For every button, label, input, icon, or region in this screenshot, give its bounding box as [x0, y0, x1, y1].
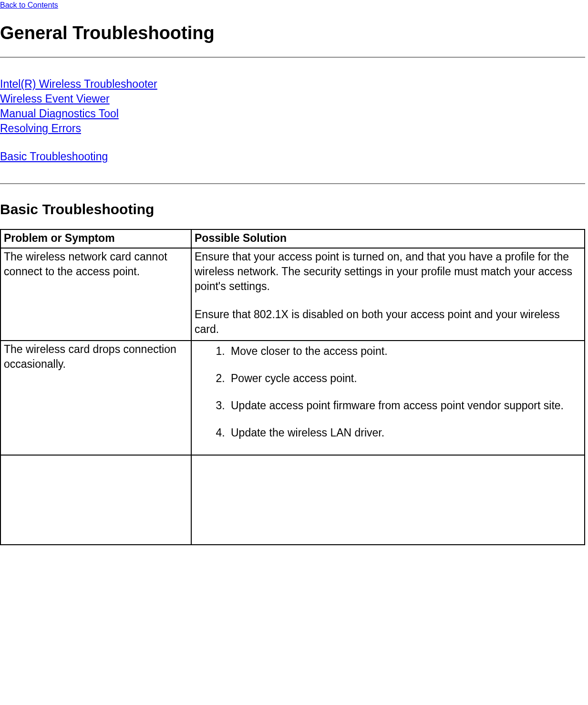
- solution-cell: Ensure that your access point is turned …: [191, 248, 585, 340]
- toc-link-manual-diagnostics[interactable]: Manual Diagnostics Tool: [0, 107, 119, 120]
- solution-text: Ensure that your access point is turned …: [195, 249, 581, 294]
- problem-cell: [0, 455, 191, 545]
- solution-cell: [191, 455, 585, 545]
- divider: [0, 57, 585, 58]
- toc-link-resolving-errors[interactable]: Resolving Errors: [0, 122, 81, 135]
- header-problem: Problem or Symptom: [0, 229, 191, 248]
- troubleshooting-table: Problem or Symptom Possible Solution The…: [0, 229, 585, 545]
- list-item: Update the wireless LAN driver.: [228, 425, 581, 440]
- problem-cell: The wireless card drops connection occas…: [0, 341, 191, 455]
- table-row: The wireless network card cannot connect…: [0, 248, 585, 340]
- solution-text: Ensure that 802.1X is disabled on both y…: [195, 307, 581, 337]
- section-title: Basic Troubleshooting: [0, 201, 585, 218]
- toc-link-wireless-event-viewer[interactable]: Wireless Event Viewer: [0, 93, 110, 105]
- header-solution: Possible Solution: [191, 229, 585, 248]
- page-title: General Troubleshooting: [0, 23, 585, 43]
- list-item: Update access point firmware from access…: [228, 398, 581, 413]
- solution-cell: Move closer to the access point. Power c…: [191, 341, 585, 455]
- list-item: Power cycle access point.: [228, 371, 581, 386]
- divider: [0, 183, 585, 184]
- table-row: The wireless card drops connection occas…: [0, 341, 585, 455]
- table-header-row: Problem or Symptom Possible Solution: [0, 229, 585, 248]
- table-row: [0, 455, 585, 545]
- toc-link-basic-troubleshooting[interactable]: Basic Troubleshooting: [0, 150, 108, 163]
- toc-link-wireless-troubleshooter[interactable]: Intel(R) Wireless Troubleshooter: [0, 78, 157, 90]
- table-of-contents: Intel(R) Wireless Troubleshooter Wireles…: [0, 77, 585, 164]
- list-item: Move closer to the access point.: [228, 344, 581, 359]
- solution-steps: Move closer to the access point. Power c…: [195, 344, 581, 440]
- back-to-contents-link[interactable]: Back to Contents: [0, 1, 58, 9]
- problem-cell: The wireless network card cannot connect…: [0, 248, 191, 340]
